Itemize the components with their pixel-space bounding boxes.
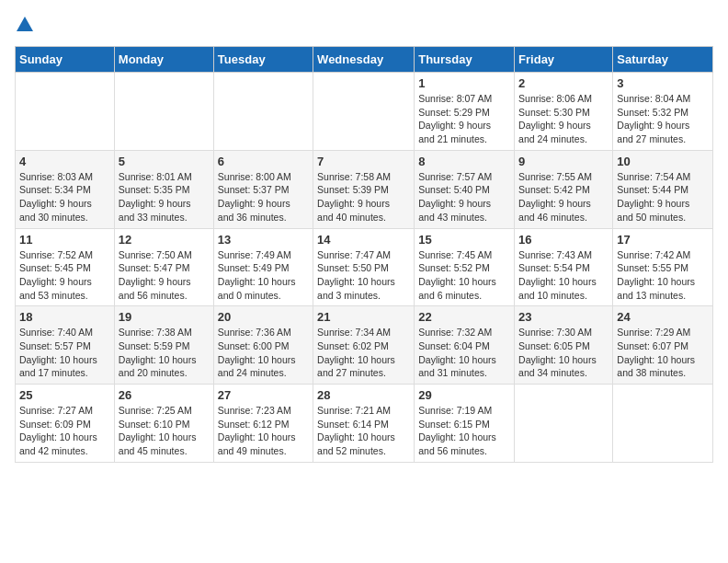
day-number: 27 [218,388,309,402]
day-number: 12 [119,233,210,247]
day-detail: Sunrise: 7:27 AM Sunset: 6:09 PM Dayligh… [19,404,110,458]
day-cell: 29Sunrise: 7:19 AM Sunset: 6:15 PM Dayli… [415,385,515,463]
day-detail: Sunrise: 8:07 AM Sunset: 5:29 PM Dayligh… [418,92,510,146]
day-cell: 8Sunrise: 7:57 AM Sunset: 5:40 PM Daylig… [415,150,515,228]
day-detail: Sunrise: 7:34 AM Sunset: 6:02 PM Dayligh… [317,326,410,380]
day-number: 11 [19,233,110,247]
day-number: 28 [317,388,410,402]
day-cell: 7Sunrise: 7:58 AM Sunset: 5:39 PM Daylig… [313,150,415,228]
day-number: 20 [218,310,309,324]
day-number: 6 [218,155,309,168]
day-cell [515,385,613,463]
day-cell: 19Sunrise: 7:38 AM Sunset: 5:59 PM Dayli… [114,306,213,385]
day-cell: 2Sunrise: 8:06 AM Sunset: 5:30 PM Daylig… [515,73,613,151]
day-number: 18 [19,310,110,324]
day-cell [613,385,713,463]
day-cell [16,73,115,151]
column-header-friday: Friday [515,47,613,73]
column-header-tuesday: Tuesday [213,47,313,73]
day-cell: 16Sunrise: 7:43 AM Sunset: 5:54 PM Dayli… [515,228,613,306]
day-number: 14 [317,233,410,247]
column-header-wednesday: Wednesday [313,47,415,73]
day-number: 25 [19,388,110,402]
day-detail: Sunrise: 7:55 AM Sunset: 5:42 PM Dayligh… [518,170,609,224]
day-number: 2 [518,76,609,90]
day-detail: Sunrise: 7:50 AM Sunset: 5:47 PM Dayligh… [119,248,210,303]
day-cell: 5Sunrise: 8:01 AM Sunset: 5:35 PM Daylig… [114,150,213,228]
column-header-saturday: Saturday [613,47,713,73]
day-number: 15 [418,233,510,247]
day-cell: 21Sunrise: 7:34 AM Sunset: 6:02 PM Dayli… [313,306,415,385]
day-number: 26 [119,388,210,402]
day-detail: Sunrise: 7:40 AM Sunset: 5:57 PM Dayligh… [19,326,110,380]
day-cell [213,73,313,151]
day-detail: Sunrise: 7:30 AM Sunset: 6:05 PM Dayligh… [518,326,609,380]
calendar-header-row: SundayMondayTuesdayWednesdayThursdayFrid… [16,47,713,73]
column-header-sunday: Sunday [16,47,115,73]
day-number: 29 [418,388,510,402]
day-cell: 6Sunrise: 8:00 AM Sunset: 5:37 PM Daylig… [213,150,313,228]
day-cell [114,73,213,151]
day-detail: Sunrise: 7:57 AM Sunset: 5:40 PM Dayligh… [418,170,510,224]
day-detail: Sunrise: 8:01 AM Sunset: 5:35 PM Dayligh… [119,170,210,224]
day-cell: 25Sunrise: 7:27 AM Sunset: 6:09 PM Dayli… [16,385,115,463]
calendar-table: SundayMondayTuesdayWednesdayThursdayFrid… [15,46,713,463]
logo-icon [15,15,35,35]
day-cell: 26Sunrise: 7:25 AM Sunset: 6:10 PM Dayli… [114,385,213,463]
day-number: 1 [418,76,510,90]
day-detail: Sunrise: 8:03 AM Sunset: 5:34 PM Dayligh… [19,170,110,224]
day-number: 7 [317,155,410,168]
day-cell: 28Sunrise: 7:21 AM Sunset: 6:14 PM Dayli… [313,385,415,463]
day-cell: 23Sunrise: 7:30 AM Sunset: 6:05 PM Dayli… [515,306,613,385]
day-detail: Sunrise: 8:04 AM Sunset: 5:32 PM Dayligh… [617,92,709,146]
day-detail: Sunrise: 7:52 AM Sunset: 5:45 PM Dayligh… [19,248,110,303]
week-row-2: 4Sunrise: 8:03 AM Sunset: 5:34 PM Daylig… [16,150,713,228]
day-detail: Sunrise: 7:36 AM Sunset: 6:00 PM Dayligh… [218,326,309,380]
day-cell: 12Sunrise: 7:50 AM Sunset: 5:47 PM Dayli… [114,228,213,306]
column-header-monday: Monday [114,47,213,73]
day-number: 13 [218,233,309,247]
day-detail: Sunrise: 7:47 AM Sunset: 5:50 PM Dayligh… [317,248,410,303]
day-cell: 3Sunrise: 8:04 AM Sunset: 5:32 PM Daylig… [613,73,713,151]
day-cell: 20Sunrise: 7:36 AM Sunset: 6:00 PM Dayli… [213,306,313,385]
day-detail: Sunrise: 7:23 AM Sunset: 6:12 PM Dayligh… [218,404,309,458]
day-number: 22 [418,310,510,324]
day-detail: Sunrise: 7:19 AM Sunset: 6:15 PM Dayligh… [418,404,510,458]
day-cell: 10Sunrise: 7:54 AM Sunset: 5:44 PM Dayli… [613,150,713,228]
day-cell: 9Sunrise: 7:55 AM Sunset: 5:42 PM Daylig… [515,150,613,228]
day-detail: Sunrise: 7:54 AM Sunset: 5:44 PM Dayligh… [617,170,709,224]
day-cell: 22Sunrise: 7:32 AM Sunset: 6:04 PM Dayli… [415,306,515,385]
day-number: 5 [119,155,210,168]
week-row-5: 25Sunrise: 7:27 AM Sunset: 6:09 PM Dayli… [16,385,713,463]
day-detail: Sunrise: 7:29 AM Sunset: 6:07 PM Dayligh… [617,326,709,380]
day-detail: Sunrise: 7:25 AM Sunset: 6:10 PM Dayligh… [119,404,210,458]
day-number: 17 [617,233,709,247]
logo [15,15,35,35]
day-detail: Sunrise: 7:42 AM Sunset: 5:55 PM Dayligh… [617,248,709,303]
week-row-1: 1Sunrise: 8:07 AM Sunset: 5:29 PM Daylig… [16,73,713,151]
day-number: 24 [617,310,709,324]
day-detail: Sunrise: 8:06 AM Sunset: 5:30 PM Dayligh… [518,92,609,146]
day-detail: Sunrise: 7:21 AM Sunset: 6:14 PM Dayligh… [317,404,410,458]
week-row-3: 11Sunrise: 7:52 AM Sunset: 5:45 PM Dayli… [16,228,713,306]
day-number: 16 [518,233,609,247]
day-number: 8 [418,155,510,168]
svg-marker-0 [17,17,33,31]
day-cell: 15Sunrise: 7:45 AM Sunset: 5:52 PM Dayli… [415,228,515,306]
day-cell [313,73,415,151]
day-detail: Sunrise: 7:32 AM Sunset: 6:04 PM Dayligh… [418,326,510,380]
day-detail: Sunrise: 7:38 AM Sunset: 5:59 PM Dayligh… [119,326,210,380]
day-detail: Sunrise: 7:43 AM Sunset: 5:54 PM Dayligh… [518,248,609,303]
week-row-4: 18Sunrise: 7:40 AM Sunset: 5:57 PM Dayli… [16,306,713,385]
day-cell: 14Sunrise: 7:47 AM Sunset: 5:50 PM Dayli… [313,228,415,306]
day-detail: Sunrise: 7:45 AM Sunset: 5:52 PM Dayligh… [418,248,510,303]
day-number: 19 [119,310,210,324]
day-cell: 13Sunrise: 7:49 AM Sunset: 5:49 PM Dayli… [213,228,313,306]
day-number: 9 [518,155,609,168]
day-number: 21 [317,310,410,324]
day-cell: 18Sunrise: 7:40 AM Sunset: 5:57 PM Dayli… [16,306,115,385]
day-number: 3 [617,76,709,90]
page-header [15,15,713,35]
day-detail: Sunrise: 7:49 AM Sunset: 5:49 PM Dayligh… [218,248,309,303]
day-number: 23 [518,310,609,324]
